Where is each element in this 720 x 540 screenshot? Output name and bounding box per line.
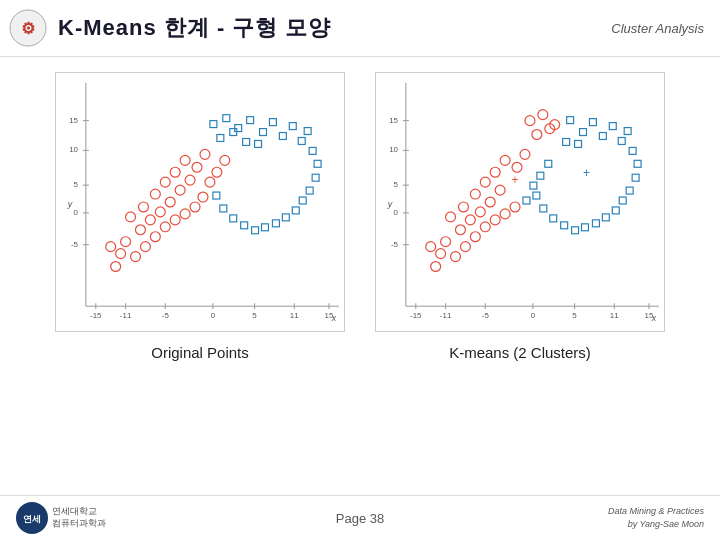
svg-rect-148 xyxy=(609,123,616,130)
svg-point-32 xyxy=(121,237,131,247)
svg-point-127 xyxy=(485,197,495,207)
svg-text:10: 10 xyxy=(69,145,78,154)
svg-text:0: 0 xyxy=(211,311,216,320)
svg-point-37 xyxy=(170,215,180,225)
svg-rect-170 xyxy=(575,140,582,147)
svg-text:15: 15 xyxy=(389,116,398,125)
svg-point-58 xyxy=(220,155,230,165)
svg-rect-159 xyxy=(582,224,589,231)
page-header: ⚙ K-Means 한계 - 구형 모양 Cluster Analysis xyxy=(0,0,720,57)
svg-rect-153 xyxy=(632,174,639,181)
svg-rect-169 xyxy=(563,138,570,145)
cluster-analysis-label: Cluster Analysis xyxy=(611,21,704,36)
svg-text:x: x xyxy=(331,313,337,323)
svg-point-136 xyxy=(500,155,510,165)
svg-text:-5: -5 xyxy=(482,311,490,320)
svg-rect-67 xyxy=(298,138,305,145)
svg-point-131 xyxy=(426,242,436,252)
kmeans-label: K-means (2 Clusters) xyxy=(449,344,591,361)
svg-text:-11: -11 xyxy=(120,311,132,320)
svg-text:15: 15 xyxy=(69,116,78,125)
svg-point-116 xyxy=(460,242,470,252)
svg-rect-81 xyxy=(220,205,227,212)
svg-rect-64 xyxy=(269,119,276,126)
svg-rect-60 xyxy=(223,115,230,122)
svg-text:0: 0 xyxy=(394,208,399,217)
svg-text:-15: -15 xyxy=(90,311,102,320)
svg-point-140 xyxy=(538,110,548,120)
footer-credit-line1: Data Mining & Practices xyxy=(608,505,704,518)
svg-point-33 xyxy=(150,232,160,242)
svg-point-43 xyxy=(190,202,200,212)
svg-point-51 xyxy=(192,162,202,172)
svg-point-134 xyxy=(480,177,490,187)
svg-rect-149 xyxy=(618,138,625,145)
page-footer: 연세 연세대학교 컴퓨터과학과 Page 38 Data Mining & Pr… xyxy=(0,495,720,540)
svg-rect-74 xyxy=(292,207,299,214)
svg-rect-63 xyxy=(260,129,267,136)
footer-logo: 연세 연세대학교 컴퓨터과학과 xyxy=(16,502,106,534)
charts-row: 15 10 5 0 -5 -15 -11 -5 xyxy=(20,72,700,361)
svg-rect-155 xyxy=(619,197,626,204)
svg-rect-76 xyxy=(272,220,279,227)
header-logo-icon: ⚙ xyxy=(8,8,48,48)
svg-point-57 xyxy=(200,149,210,159)
svg-text:⚙: ⚙ xyxy=(21,20,35,37)
original-points-chart-container: 15 10 5 0 -5 -15 -11 -5 xyxy=(55,72,345,361)
svg-rect-70 xyxy=(314,160,321,167)
svg-point-45 xyxy=(175,185,185,195)
svg-text:11: 11 xyxy=(610,311,619,320)
svg-rect-158 xyxy=(592,220,599,227)
svg-point-46 xyxy=(198,192,208,202)
svg-rect-166 xyxy=(530,182,537,189)
svg-point-31 xyxy=(140,242,150,252)
svg-point-53 xyxy=(111,262,121,272)
svg-point-128 xyxy=(510,202,520,212)
kmeans-chart-container: 15 10 5 0 -5 -15 -11 -5 xyxy=(375,72,665,361)
svg-rect-146 xyxy=(589,119,596,126)
svg-rect-151 xyxy=(629,147,636,154)
svg-rect-86 xyxy=(255,140,262,147)
svg-text:-11: -11 xyxy=(440,311,452,320)
svg-text:11: 11 xyxy=(290,311,299,320)
svg-rect-85 xyxy=(243,138,250,145)
svg-point-48 xyxy=(185,175,195,185)
svg-text:-15: -15 xyxy=(410,311,422,320)
footer-logo-icon: 연세 xyxy=(16,502,48,534)
svg-point-121 xyxy=(465,215,475,225)
svg-text:y: y xyxy=(67,199,73,209)
svg-point-30 xyxy=(131,252,141,262)
svg-point-49 xyxy=(205,177,215,187)
svg-point-40 xyxy=(180,209,190,219)
svg-point-139 xyxy=(525,116,535,126)
svg-rect-69 xyxy=(309,147,316,154)
svg-rect-152 xyxy=(634,160,641,167)
svg-point-50 xyxy=(170,167,180,177)
svg-point-118 xyxy=(470,232,480,242)
svg-point-117 xyxy=(441,237,451,247)
svg-point-44 xyxy=(150,189,160,199)
svg-text:+: + xyxy=(512,173,519,187)
svg-point-141 xyxy=(532,130,542,140)
svg-point-47 xyxy=(160,177,170,187)
svg-point-54 xyxy=(116,249,126,259)
svg-point-36 xyxy=(145,215,155,225)
svg-rect-150 xyxy=(624,128,631,135)
svg-rect-147 xyxy=(599,133,606,140)
svg-rect-72 xyxy=(306,187,313,194)
svg-rect-167 xyxy=(537,172,544,179)
svg-point-56 xyxy=(180,155,190,165)
svg-rect-79 xyxy=(241,222,248,229)
svg-text:y: y xyxy=(387,199,393,209)
svg-rect-77 xyxy=(262,224,269,231)
svg-text:5: 5 xyxy=(252,311,257,320)
svg-point-126 xyxy=(458,202,468,212)
svg-rect-161 xyxy=(561,222,568,229)
svg-text:연세: 연세 xyxy=(23,514,41,524)
svg-point-122 xyxy=(490,215,500,225)
svg-point-135 xyxy=(490,167,500,177)
svg-text:-5: -5 xyxy=(162,311,170,320)
svg-point-38 xyxy=(126,212,136,222)
svg-point-115 xyxy=(451,252,461,262)
footer-university-text: 연세대학교 컴퓨터과학과 xyxy=(52,506,106,529)
